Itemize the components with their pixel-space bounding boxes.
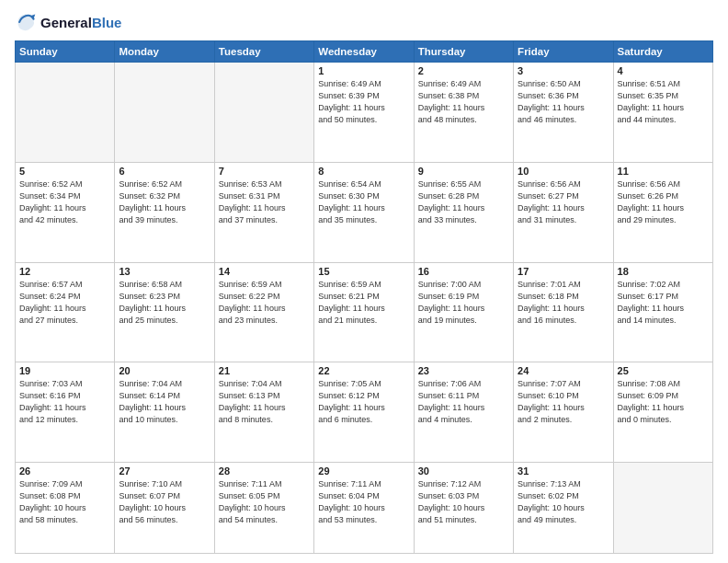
day-info: Sunrise: 7:02 AM Sunset: 6:17 PM Dayligh… <box>618 279 709 327</box>
day-info: Sunrise: 7:00 AM Sunset: 6:19 PM Dayligh… <box>418 279 509 327</box>
day-info: Sunrise: 7:05 AM Sunset: 6:12 PM Dayligh… <box>318 378 409 426</box>
calendar-cell: 24Sunrise: 7:07 AM Sunset: 6:10 PM Dayli… <box>514 362 613 463</box>
day-info: Sunrise: 6:52 AM Sunset: 6:32 PM Dayligh… <box>119 178 210 226</box>
day-number: 25 <box>618 365 709 376</box>
day-info: Sunrise: 7:13 AM Sunset: 6:02 PM Dayligh… <box>518 478 609 526</box>
day-number: 23 <box>418 365 509 376</box>
calendar-cell: 9Sunrise: 6:55 AM Sunset: 6:28 PM Daylig… <box>414 162 513 262</box>
day-info: Sunrise: 6:51 AM Sunset: 6:35 PM Dayligh… <box>618 78 709 126</box>
day-number: 14 <box>219 266 310 277</box>
day-info: Sunrise: 7:01 AM Sunset: 6:18 PM Dayligh… <box>518 279 609 327</box>
day-number: 10 <box>518 166 609 177</box>
weekday-header-friday: Friday <box>514 41 613 63</box>
day-number: 2 <box>418 65 509 76</box>
calendar-cell <box>115 63 214 163</box>
day-info: Sunrise: 6:59 AM Sunset: 6:21 PM Dayligh… <box>318 279 409 327</box>
calendar-cell: 28Sunrise: 7:11 AM Sunset: 6:05 PM Dayli… <box>214 463 313 554</box>
calendar-cell: 30Sunrise: 7:12 AM Sunset: 6:03 PM Dayli… <box>414 463 513 554</box>
day-number: 17 <box>518 266 609 277</box>
week-row-3: 19Sunrise: 7:03 AM Sunset: 6:16 PM Dayli… <box>16 362 713 463</box>
day-number: 31 <box>518 465 609 477</box>
calendar-cell <box>214 63 313 163</box>
calendar-cell: 5Sunrise: 6:52 AM Sunset: 6:34 PM Daylig… <box>16 162 115 262</box>
calendar-cell: 25Sunrise: 7:08 AM Sunset: 6:09 PM Dayli… <box>613 362 712 463</box>
logo-text: GeneralBlue <box>40 15 121 30</box>
calendar-cell: 13Sunrise: 6:58 AM Sunset: 6:23 PM Dayli… <box>115 262 214 362</box>
calendar-cell: 12Sunrise: 6:57 AM Sunset: 6:24 PM Dayli… <box>16 262 115 362</box>
day-info: Sunrise: 6:52 AM Sunset: 6:34 PM Dayligh… <box>19 178 110 226</box>
day-number: 16 <box>418 266 509 277</box>
day-info: Sunrise: 7:07 AM Sunset: 6:10 PM Dayligh… <box>518 378 609 426</box>
day-number: 29 <box>318 465 409 477</box>
logo-icon <box>15 11 37 33</box>
day-number: 1 <box>318 65 409 76</box>
calendar-cell: 1Sunrise: 6:49 AM Sunset: 6:39 PM Daylig… <box>314 63 414 163</box>
calendar-cell: 22Sunrise: 7:05 AM Sunset: 6:12 PM Dayli… <box>314 362 414 463</box>
calendar-cell: 18Sunrise: 7:02 AM Sunset: 6:17 PM Dayli… <box>613 262 712 362</box>
day-info: Sunrise: 6:58 AM Sunset: 6:23 PM Dayligh… <box>119 279 210 327</box>
day-info: Sunrise: 6:56 AM Sunset: 6:26 PM Dayligh… <box>618 178 709 226</box>
calendar-cell: 21Sunrise: 7:04 AM Sunset: 6:13 PM Dayli… <box>214 362 313 463</box>
day-number: 11 <box>618 166 709 177</box>
weekday-header-tuesday: Tuesday <box>214 41 313 63</box>
day-number: 26 <box>19 465 110 477</box>
day-number: 3 <box>518 65 609 76</box>
weekday-header-monday: Monday <box>115 41 214 63</box>
calendar-cell: 4Sunrise: 6:51 AM Sunset: 6:35 PM Daylig… <box>613 63 712 163</box>
day-info: Sunrise: 6:49 AM Sunset: 6:38 PM Dayligh… <box>418 78 509 126</box>
day-number: 5 <box>19 166 110 177</box>
day-number: 15 <box>318 266 409 277</box>
day-info: Sunrise: 7:09 AM Sunset: 6:08 PM Dayligh… <box>19 478 110 526</box>
day-number: 6 <box>119 166 210 177</box>
day-number: 24 <box>518 365 609 376</box>
day-info: Sunrise: 7:11 AM Sunset: 6:04 PM Dayligh… <box>318 478 409 526</box>
calendar-cell: 14Sunrise: 6:59 AM Sunset: 6:22 PM Dayli… <box>214 262 313 362</box>
week-row-0: 1Sunrise: 6:49 AM Sunset: 6:39 PM Daylig… <box>16 63 713 163</box>
day-info: Sunrise: 7:10 AM Sunset: 6:07 PM Dayligh… <box>119 478 210 526</box>
calendar-cell: 27Sunrise: 7:10 AM Sunset: 6:07 PM Dayli… <box>115 463 214 554</box>
day-number: 4 <box>618 65 709 76</box>
calendar-cell: 17Sunrise: 7:01 AM Sunset: 6:18 PM Dayli… <box>514 262 613 362</box>
calendar-cell: 26Sunrise: 7:09 AM Sunset: 6:08 PM Dayli… <box>16 463 115 554</box>
calendar-cell: 19Sunrise: 7:03 AM Sunset: 6:16 PM Dayli… <box>16 362 115 463</box>
day-info: Sunrise: 7:03 AM Sunset: 6:16 PM Dayligh… <box>19 378 110 426</box>
day-info: Sunrise: 6:56 AM Sunset: 6:27 PM Dayligh… <box>518 178 609 226</box>
day-number: 8 <box>318 166 409 177</box>
calendar-cell: 15Sunrise: 6:59 AM Sunset: 6:21 PM Dayli… <box>314 262 414 362</box>
calendar-cell: 2Sunrise: 6:49 AM Sunset: 6:38 PM Daylig… <box>414 63 513 163</box>
calendar-table: SundayMondayTuesdayWednesdayThursdayFrid… <box>15 40 713 554</box>
page: GeneralBlue SundayMondayTuesdayWednesday… <box>0 0 728 563</box>
day-number: 28 <box>219 465 310 477</box>
weekday-header-wednesday: Wednesday <box>314 41 414 63</box>
calendar-cell: 11Sunrise: 6:56 AM Sunset: 6:26 PM Dayli… <box>613 162 712 262</box>
day-number: 22 <box>318 365 409 376</box>
calendar-cell: 6Sunrise: 6:52 AM Sunset: 6:32 PM Daylig… <box>115 162 214 262</box>
day-info: Sunrise: 6:59 AM Sunset: 6:22 PM Dayligh… <box>219 279 310 327</box>
calendar-cell: 20Sunrise: 7:04 AM Sunset: 6:14 PM Dayli… <box>115 362 214 463</box>
calendar-cell <box>16 63 115 163</box>
weekday-header-row: SundayMondayTuesdayWednesdayThursdayFrid… <box>16 41 713 63</box>
calendar-cell: 16Sunrise: 7:00 AM Sunset: 6:19 PM Dayli… <box>414 262 513 362</box>
week-row-2: 12Sunrise: 6:57 AM Sunset: 6:24 PM Dayli… <box>16 262 713 362</box>
day-info: Sunrise: 7:11 AM Sunset: 6:05 PM Dayligh… <box>219 478 310 526</box>
day-info: Sunrise: 6:49 AM Sunset: 6:39 PM Dayligh… <box>318 78 409 126</box>
day-number: 13 <box>119 266 210 277</box>
header: GeneralBlue <box>15 11 713 33</box>
calendar-cell <box>613 463 712 554</box>
calendar-cell: 3Sunrise: 6:50 AM Sunset: 6:36 PM Daylig… <box>514 63 613 163</box>
calendar-cell: 10Sunrise: 6:56 AM Sunset: 6:27 PM Dayli… <box>514 162 613 262</box>
day-number: 30 <box>418 465 509 477</box>
day-number: 18 <box>618 266 709 277</box>
day-number: 21 <box>219 365 310 376</box>
day-number: 9 <box>418 166 509 177</box>
weekday-header-thursday: Thursday <box>414 41 513 63</box>
calendar-cell: 31Sunrise: 7:13 AM Sunset: 6:02 PM Dayli… <box>514 463 613 554</box>
calendar-cell: 23Sunrise: 7:06 AM Sunset: 6:11 PM Dayli… <box>414 362 513 463</box>
calendar-cell: 29Sunrise: 7:11 AM Sunset: 6:04 PM Dayli… <box>314 463 414 554</box>
day-info: Sunrise: 7:06 AM Sunset: 6:11 PM Dayligh… <box>418 378 509 426</box>
weekday-header-saturday: Saturday <box>613 41 712 63</box>
day-number: 12 <box>19 266 110 277</box>
calendar-cell: 7Sunrise: 6:53 AM Sunset: 6:31 PM Daylig… <box>214 162 313 262</box>
logo: GeneralBlue <box>15 11 121 33</box>
day-info: Sunrise: 6:57 AM Sunset: 6:24 PM Dayligh… <box>19 279 110 327</box>
